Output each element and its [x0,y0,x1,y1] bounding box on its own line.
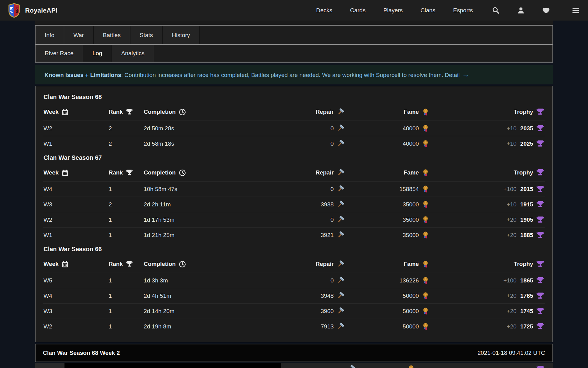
rank-cell: 1 [109,293,144,299]
fame-cell: 35000 [344,231,429,239]
top-nav: RoyaleAPI Decks Cards Players Clans Espo… [0,0,588,21]
nav-item-cards[interactable]: Cards [350,7,366,14]
trophy-value: 1885 [520,232,533,239]
trophy-header: Trophy [429,108,545,116]
repair-cell: 0 [264,140,344,148]
season-title: Clan War Season 67 [43,151,545,164]
search-icon[interactable] [492,6,500,14]
trophy-change: +20 [507,232,516,239]
trophy-change: +10 [507,125,516,132]
week-cell: W3 [43,308,109,315]
week-cell: W5 [43,277,109,284]
completion-cell: 2d 14h 20m [144,308,264,315]
week-cell: W3 [43,201,109,208]
purple-trophy-icon [536,292,545,300]
trophy-value: 1725 [520,323,533,330]
table-row: W2 1 1d 17h 53m 0 35000 +201905 [43,212,545,227]
tab-label: Stats [140,32,153,39]
fame-cell: 50000 [344,323,429,330]
table-row: W2 2 2d 50m 28s 0 40000 +102035 [43,121,545,136]
fame-header: Fame [344,108,429,116]
trophy-value: 1865 [520,277,533,284]
purple-trophy-icon [536,200,545,209]
tab-info[interactable]: Info [36,26,64,44]
next-section-partial [35,363,553,368]
trophy-change: +20 [507,293,516,299]
royaleapi-logo-icon [8,3,20,18]
fame-header: Fame [344,169,429,177]
detail-link[interactable]: Detail [445,72,460,78]
trophy-change: +20 [507,217,516,223]
user-icon[interactable] [517,6,525,14]
brand-name: RoyaleAPI [25,7,58,14]
completion-cell: 2d 19h 8m [144,323,264,330]
tab-history[interactable]: History [163,26,200,44]
fame-cell: 136226 [344,277,429,284]
hammer-icon [337,231,344,239]
tab-label: River Race [45,50,74,57]
current-week-card: Clan War Season 68 Week 2 2021-01-18 09:… [35,344,553,362]
banner-bold: Known issues + Limitations [44,72,121,78]
trophy-cell: +102035 [429,124,545,133]
tab-label: Analytics [121,50,145,57]
table-header-row: Week Rank Completion Repair Fame Trophy [43,164,545,181]
menu-icon[interactable] [571,6,580,15]
partial-panel [65,363,281,368]
repair-cell: 0 [264,125,344,132]
tab-label: Log [92,50,102,57]
tab-log[interactable]: Log [83,45,112,62]
hammer-icon [337,216,344,224]
nav-item-clans[interactable]: Clans [420,7,435,14]
trophy-cell: +201765 [429,292,545,300]
trophy-value: 2015 [520,186,533,193]
trophy-change: +100 [503,277,517,284]
repair-header: Repair [264,169,344,177]
purple-trophy-icon [536,108,545,116]
week-cell: W1 [43,140,109,147]
fame-cell: 158854 [344,185,429,193]
purple-trophy-icon [536,124,545,133]
rank-cell: 1 [109,277,144,284]
nav-icons [492,6,580,15]
table-header-row: Week Rank Completion Repair Fame Trophy [43,103,545,121]
nav-item-players[interactable]: Players [383,7,403,14]
nav-item-decks[interactable]: Decks [316,7,332,14]
week-header: Week [43,169,109,177]
trophy-cell: +201725 [429,322,545,331]
royaleapi-page: RoyaleAPI Decks Cards Players Clans Espo… [0,0,588,368]
tab-battles[interactable]: Battles [94,26,130,44]
heart-icon[interactable] [542,6,550,14]
hammer-icon [337,307,344,315]
medal-icon [422,323,429,330]
trophy-change: +100 [503,186,517,193]
calendar-icon [61,169,69,177]
known-issues-banner: Known issues + Limitations: Contribution… [35,65,553,84]
hammer-icon [337,201,344,208]
tab-analytics[interactable]: Analytics [112,45,154,62]
arrow-right-icon[interactable]: → [462,70,469,79]
medal-icon [422,140,429,148]
brand[interactable]: RoyaleAPI [8,3,58,18]
medal-icon [422,231,429,239]
trophy-change: +10 [507,140,516,147]
tab-river-race[interactable]: River Race [36,45,83,62]
medal-icon [422,277,429,284]
rank-cell: 1 [109,217,144,223]
trophy-change: +10 [507,201,516,208]
previous-card-remnant [35,21,553,26]
fame-cell: 50000 [344,307,429,315]
tab-war[interactable]: War [64,26,94,44]
tab-label: Info [45,32,55,39]
purple-trophy-icon [536,168,545,177]
medal-icon [422,201,429,208]
trophy-value: 1915 [520,201,533,208]
calendar-icon [61,108,69,116]
trophy-value: 1905 [520,217,533,223]
tab-stats[interactable]: Stats [130,26,163,44]
fame-cell: 35000 [344,201,429,208]
completion-cell: 10h 58m 47s [144,186,264,193]
nav-item-esports[interactable]: Esports [453,7,473,14]
partial-tab[interactable] [35,363,65,368]
completion-header: Completion [144,260,264,268]
trophy-header: Trophy [429,168,545,177]
